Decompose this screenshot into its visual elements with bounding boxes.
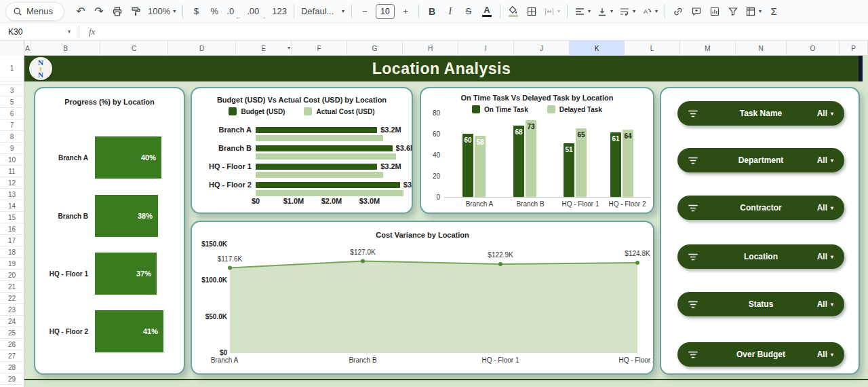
slicer-department[interactable]: DepartmentAll▾	[677, 148, 844, 172]
row-header-15[interactable]: 15	[0, 212, 24, 223]
row-header-7[interactable]: 7	[0, 119, 24, 131]
row-header-16[interactable]: 16	[0, 223, 24, 235]
slicer-value[interactable]: All▾	[817, 148, 833, 172]
cost-variance-x-tick: HQ - Floor 2	[618, 356, 653, 364]
column-header-D[interactable]: D	[168, 41, 236, 56]
italic-button[interactable]: I	[441, 3, 459, 20]
row-header-26[interactable]: 26	[0, 339, 24, 350]
column-header-P[interactable]: P	[840, 41, 868, 56]
column-header-G[interactable]: G	[347, 41, 403, 56]
text-wrap-button[interactable]: ▾	[616, 3, 638, 20]
column-header-H[interactable]: H	[403, 41, 458, 56]
slicer-value[interactable]: All▾	[817, 196, 833, 220]
menus-button[interactable]: Menus	[5, 2, 64, 21]
slicer-task-name[interactable]: Task NameAll▾	[677, 101, 844, 126]
text-color-button[interactable]: A	[478, 3, 496, 20]
slicer-value[interactable]: All▾	[817, 244, 833, 269]
column-header-F[interactable]: F	[292, 41, 347, 56]
row-header-27[interactable]: 27	[0, 350, 24, 362]
row-header-23[interactable]: 23	[0, 304, 24, 316]
row-header-28[interactable]: 28	[0, 362, 24, 373]
functions-button[interactable]: Σ	[765, 3, 783, 20]
row-header-21[interactable]: 21	[0, 281, 24, 293]
merge-cells-button[interactable]: ▾	[541, 3, 563, 20]
row-header-20[interactable]: 20	[0, 270, 24, 281]
slicer-value[interactable]: All▾	[817, 292, 833, 316]
column-header-K[interactable]: K	[570, 41, 625, 56]
row-header-29[interactable]: 29	[0, 373, 24, 385]
row-header-3[interactable]: 3	[0, 85, 24, 96]
paint-format-button[interactable]	[127, 3, 144, 20]
print-button[interactable]	[108, 3, 126, 20]
row-header-17[interactable]: 17	[0, 235, 24, 246]
column-header-C[interactable]: C	[100, 41, 168, 56]
row-header-8[interactable]: 8	[0, 131, 24, 143]
column-header-I[interactable]: I	[458, 41, 514, 56]
row-header-25[interactable]: 25	[0, 327, 24, 339]
column-header-J[interactable]: J	[514, 41, 570, 56]
row-header-19[interactable]: 19	[0, 258, 24, 270]
insert-comment-button[interactable]	[688, 3, 705, 20]
strikethrough-button[interactable]: S	[460, 3, 477, 20]
horizontal-align-button[interactable]: ▾	[572, 3, 593, 20]
zoom-control[interactable]: 100%▾	[145, 3, 178, 20]
progress-chart-card[interactable]: Progress (%) by Location Branch A40%Bran…	[34, 87, 185, 375]
row-header-11[interactable]: 11	[0, 166, 24, 177]
pivot-table-button[interactable]: ▾	[743, 3, 764, 20]
select-all-corner[interactable]	[0, 41, 24, 56]
create-filter-button[interactable]	[724, 3, 742, 20]
format-currency-button[interactable]: $	[187, 3, 205, 20]
increase-font-size-button[interactable]: +	[397, 3, 414, 20]
cost-variance-chart-card[interactable]: Cost Variance by Location $150.0K$100.0K…	[191, 221, 654, 375]
slicer-value[interactable]: All▾	[817, 342, 833, 367]
budget-chart-card[interactable]: Budget (USD) Vs Actual Cost (USD) by Loc…	[191, 87, 413, 214]
column-filter-arrow-icon[interactable]: ▾	[288, 45, 290, 51]
row-header-12[interactable]: 12	[0, 177, 24, 189]
format-percent-button[interactable]: %	[205, 3, 223, 20]
column-header-B[interactable]: B	[31, 41, 100, 56]
row-header-24[interactable]: 24	[0, 316, 24, 327]
row-header-10[interactable]: 10	[0, 154, 24, 166]
font-family-select[interactable]: Defaul...▾	[298, 3, 347, 20]
column-header-M[interactable]: M	[680, 41, 736, 56]
currency-icon: $	[194, 6, 199, 16]
row-header-9[interactable]: 9	[0, 143, 24, 154]
text-rotation-button[interactable]: A▾	[639, 3, 660, 20]
slicer-contractor[interactable]: ContractorAll▾	[677, 196, 844, 220]
column-header-L[interactable]: L	[625, 41, 680, 56]
slicer-over-budget[interactable]: Over BudgetAll▾	[677, 342, 844, 367]
decrease-decimal-button[interactable]: .0←	[224, 3, 243, 20]
toolbar-divider	[351, 5, 352, 18]
column-header-A[interactable]: A	[24, 41, 31, 56]
name-box[interactable]: K30 ▾	[0, 27, 75, 37]
column-header-O[interactable]: O	[787, 41, 840, 56]
redo-button[interactable]: ↷	[90, 3, 108, 20]
undo-button[interactable]: ↶	[72, 3, 90, 20]
row-header-14[interactable]: 14	[0, 200, 24, 212]
slicer-value[interactable]: All▾	[817, 101, 833, 126]
insert-link-button[interactable]	[669, 3, 687, 20]
row-header-1[interactable]: 1	[0, 56, 24, 81]
row-header-13[interactable]: 13	[0, 189, 24, 200]
budget-bar	[256, 145, 393, 151]
fill-color-button[interactable]	[505, 3, 522, 20]
insert-chart-button[interactable]	[706, 3, 724, 20]
decrease-font-size-button[interactable]: −	[356, 3, 374, 20]
borders-button[interactable]	[523, 3, 540, 20]
row-header-22[interactable]: 22	[0, 293, 24, 304]
font-size-input[interactable]: 10	[376, 4, 395, 19]
row-header-18[interactable]: 18	[0, 246, 24, 258]
increase-decimal-button[interactable]: .00→	[244, 3, 269, 20]
row-header-5[interactable]: 5	[0, 96, 24, 108]
row-header-6[interactable]: 6	[0, 108, 24, 119]
vertical-align-button[interactable]: ▾	[594, 3, 616, 20]
more-formats-button[interactable]: 123	[269, 3, 290, 20]
slicer-location[interactable]: LocationAll▾	[677, 244, 844, 269]
chevron-down-icon: ▾	[831, 111, 833, 117]
fx-label[interactable]: fx	[89, 26, 95, 37]
column-header-E[interactable]: E▾	[236, 41, 292, 56]
bold-button[interactable]: B	[423, 3, 441, 20]
slicer-status[interactable]: StatusAll▾	[677, 292, 844, 316]
ontime-chart-card[interactable]: On Time Task Vs Delayed Task by Location…	[420, 87, 654, 214]
column-header-N[interactable]: N	[736, 41, 787, 56]
